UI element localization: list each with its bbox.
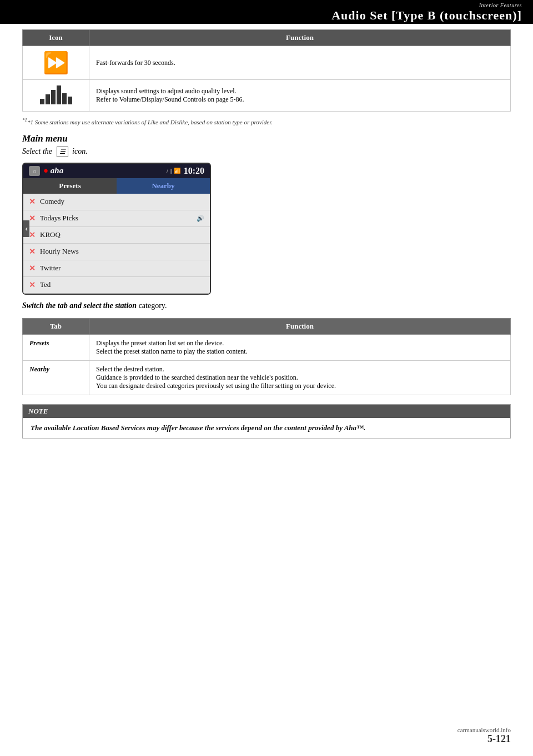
item-label: Twitter bbox=[40, 264, 61, 273]
page-footer: carmanualsworld.info 5-121 bbox=[457, 727, 511, 745]
remove-icon: ✕ bbox=[29, 214, 36, 223]
table-row: Displays sound settings to adjust audio … bbox=[23, 80, 511, 112]
menu-icon-inline: ☰ bbox=[57, 147, 68, 157]
main-menu-heading: Main menu bbox=[22, 133, 511, 144]
list-item[interactable]: ✕ Twitter bbox=[23, 260, 210, 277]
equalizer-icon-cell bbox=[23, 80, 89, 112]
remove-icon: ✕ bbox=[29, 230, 36, 240]
aha-logo: ● aha bbox=[43, 166, 166, 175]
music-icon: ♪ bbox=[166, 168, 169, 174]
aha-tabs: Presets Nearby bbox=[23, 178, 210, 194]
list-item[interactable]: ✕ Todays Picks 🔊 bbox=[23, 210, 210, 227]
remove-icon: ✕ bbox=[29, 247, 36, 256]
fast-forward-icon-cell: ⏩ bbox=[23, 46, 89, 80]
note-box: NOTE The available Location Based Servic… bbox=[22, 404, 511, 439]
note-header: NOTE bbox=[23, 405, 510, 418]
table-row: Presets Displays the preset station list… bbox=[23, 334, 511, 360]
table-row: ⏩ Fast-forwards for 30 seconds. bbox=[23, 46, 511, 80]
item-label: Ted bbox=[40, 280, 51, 289]
page-title: Audio Set [Type B (touchscreen)] bbox=[11, 8, 522, 23]
switch-rest-text: category. bbox=[139, 301, 167, 310]
table-row: Nearby Select the desired station. Guida… bbox=[23, 360, 511, 395]
aha-top-bar: ⌂ ● aha ♪ ||| 📶 10:20 bbox=[23, 164, 210, 178]
presets-function-cell: Displays the preset station list set on … bbox=[89, 334, 511, 360]
wifi-icon: 📶 bbox=[174, 168, 180, 174]
equalizer-icon bbox=[40, 84, 72, 104]
list-item[interactable]: ✕ Ted bbox=[23, 277, 210, 294]
note-content: The available Location Based Services ma… bbox=[23, 418, 510, 438]
aha-station-list: ✕ Comedy ✕ Todays Picks 🔊 ✕ KROQ ✕ Hourl… bbox=[23, 194, 210, 294]
left-arrow-icon[interactable]: ‹ bbox=[23, 220, 29, 237]
col-function: Function bbox=[89, 318, 511, 334]
list-item[interactable]: ✕ KROQ bbox=[23, 227, 210, 244]
page-number: 5-121 bbox=[487, 733, 511, 745]
tab-presets-cell: Presets bbox=[23, 334, 89, 360]
aha-status: ♪ ||| 📶 bbox=[166, 168, 180, 174]
tab-presets[interactable]: Presets bbox=[23, 178, 117, 194]
col-function: Function bbox=[89, 30, 511, 46]
tab-nearby-cell: Nearby bbox=[23, 360, 89, 395]
icon-function-table: Icon Function ⏩ Fast-forwards for 30 sec… bbox=[22, 29, 511, 112]
nearby-function-cell: Select the desired station. Guidance is … bbox=[89, 360, 511, 395]
switch-line: Switch the tab and select the station ca… bbox=[22, 301, 511, 310]
col-icon: Icon bbox=[23, 30, 89, 46]
home-icon: ⌂ bbox=[29, 166, 40, 176]
tab-nearby[interactable]: Nearby bbox=[117, 178, 210, 194]
list-item[interactable]: ✕ Hourly News bbox=[23, 244, 210, 260]
remove-icon: ✕ bbox=[29, 197, 36, 206]
tab-function-table: Tab Function Presets Displays the preset… bbox=[22, 318, 511, 395]
main-menu-subheading: Select the ☰ icon. bbox=[22, 147, 511, 157]
site-label: carmanualsworld.info bbox=[457, 727, 511, 733]
item-label: Hourly News bbox=[40, 247, 79, 256]
remove-icon: ✕ bbox=[29, 264, 36, 273]
fast-forward-function: Fast-forwards for 30 seconds. bbox=[89, 46, 511, 80]
equalizer-function: Displays sound settings to adjust audio … bbox=[89, 80, 511, 112]
aha-screen: ⌂ ● aha ♪ ||| 📶 10:20 Presets Nearby bbox=[22, 163, 211, 295]
signal-icon: ||| bbox=[170, 168, 172, 174]
remove-icon: ✕ bbox=[29, 280, 36, 290]
speaker-icon: 🔊 bbox=[197, 215, 204, 222]
page-subtitle: Interior Features bbox=[11, 2, 522, 8]
col-tab: Tab bbox=[23, 318, 89, 334]
aha-time: 10:20 bbox=[184, 166, 204, 176]
content-area: Icon Function ⏩ Fast-forwards for 30 sec… bbox=[0, 24, 533, 450]
page-header: Interior Features Audio Set [Type B (tou… bbox=[0, 0, 533, 24]
item-label: Todays Picks bbox=[40, 214, 78, 223]
footnote: *1*1 Some stations may use alternate var… bbox=[22, 117, 511, 125]
switch-bold-text: Switch the tab and select the station bbox=[22, 301, 137, 310]
fast-forward-icon: ⏩ bbox=[43, 51, 69, 74]
aha-screen-wrapper: ⌂ ● aha ♪ ||| 📶 10:20 Presets Nearby bbox=[22, 163, 511, 295]
item-label: KROQ bbox=[40, 230, 61, 239]
list-item[interactable]: ✕ Comedy bbox=[23, 194, 210, 210]
item-label: Comedy bbox=[40, 197, 64, 206]
